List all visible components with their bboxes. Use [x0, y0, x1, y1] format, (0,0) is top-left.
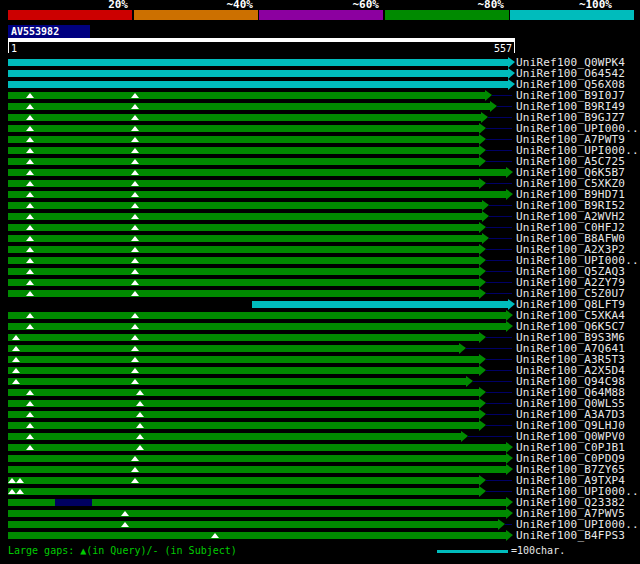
gap-marker-icon: [12, 335, 20, 340]
arrowhead-icon: [482, 200, 489, 211]
gap-marker-icon: [131, 192, 139, 197]
alignment-bar[interactable]: [8, 180, 480, 187]
scale-segment-green: [385, 10, 509, 20]
alignment-bar[interactable]: [8, 59, 509, 66]
ruler-tick-start: [8, 38, 9, 53]
gap-marker-icon: [131, 280, 139, 285]
alignment-bar[interactable]: [8, 411, 480, 418]
hit-row[interactable]: UniRef100_B4FPS3: [0, 530, 640, 541]
gap-marker-icon: [131, 324, 139, 329]
alignment-bar[interactable]: [8, 279, 480, 286]
alignment-bar[interactable]: [8, 235, 483, 242]
alignment-bar[interactable]: [8, 455, 507, 462]
scale-label: ~80%: [478, 0, 505, 10]
connector-line: [486, 128, 512, 129]
alignment-bar[interactable]: [8, 345, 460, 352]
arrowhead-icon: [479, 475, 486, 486]
scale-unit-label: =100char.: [511, 545, 565, 556]
alignment-bar[interactable]: [8, 213, 483, 220]
alignment-bar[interactable]: [8, 422, 480, 429]
arrowhead-icon: [479, 409, 486, 420]
arrowhead-icon: [479, 486, 486, 497]
gap-marker-icon: [26, 203, 34, 208]
alignment-bar[interactable]: [8, 444, 507, 451]
alignment-bar[interactable]: [8, 477, 480, 484]
hit-label[interactable]: UniRef100_B4FPS3: [516, 530, 625, 541]
large-gaps-legend: Large gaps: ▲(in Query)/- (in Subject): [8, 545, 237, 556]
gap-marker-icon: [136, 434, 144, 439]
arrowhead-icon: [508, 57, 515, 68]
alignment-bar[interactable]: [8, 70, 509, 77]
gap-marker-icon: [131, 203, 139, 208]
alignment-bar[interactable]: [8, 312, 507, 319]
arrowhead-icon: [479, 277, 486, 288]
alignment-bar[interactable]: [8, 246, 480, 253]
ruler-end-label: 557: [494, 44, 512, 54]
arrowhead-icon: [479, 266, 486, 277]
arrowhead-icon: [479, 255, 486, 266]
alignment-bar[interactable]: [8, 147, 480, 154]
alignment-bar[interactable]: [8, 114, 482, 121]
arrowhead-icon: [506, 530, 513, 541]
gap-marker-icon: [26, 170, 34, 175]
alignment-bar[interactable]: [8, 92, 486, 99]
arrowhead-icon: [479, 244, 486, 255]
alignment-bar[interactable]: [8, 521, 499, 528]
connector-line: [489, 216, 512, 217]
connector-line: [486, 392, 512, 393]
alignment-bar[interactable]: [8, 367, 480, 374]
gap-marker-icon: [131, 247, 139, 252]
query-name-box: AV553982: [8, 25, 90, 38]
alignment-overview-screen: 20%~40%~60%~80%~100% AV553982 1 557 UniR…: [0, 0, 640, 564]
alignment-bar[interactable]: [8, 224, 480, 231]
connector-line: [486, 139, 512, 140]
alignment-bar[interactable]: [8, 532, 507, 539]
alignment-bar[interactable]: [8, 488, 480, 495]
alignment-bar[interactable]: [8, 466, 507, 473]
alignment-bar[interactable]: [8, 378, 467, 385]
alignment-bar[interactable]: [8, 103, 491, 110]
arrowhead-icon: [506, 453, 513, 464]
gap-marker-icon: [26, 280, 34, 285]
alignment-bar[interactable]: [8, 356, 480, 363]
gap-marker-icon: [12, 379, 20, 384]
scale-label: ~100%: [579, 0, 612, 10]
alignment-bar[interactable]: [8, 323, 507, 330]
alignment-bar[interactable]: [8, 202, 483, 209]
arrowhead-icon: [479, 222, 486, 233]
alignment-bar[interactable]: [8, 257, 480, 264]
gap-marker-icon: [16, 489, 24, 494]
low-score-region: [55, 499, 92, 506]
alignment-bar[interactable]: [8, 136, 480, 143]
gap-marker-icon: [26, 104, 34, 109]
gap-marker-icon: [131, 137, 139, 142]
gap-marker-icon: [121, 522, 129, 527]
alignment-bar[interactable]: [252, 301, 509, 308]
connector-line: [486, 271, 512, 272]
alignment-bar[interactable]: [8, 433, 462, 440]
alignment-bar[interactable]: [8, 191, 507, 198]
connector-line: [486, 183, 512, 184]
alignment-bar[interactable]: [8, 290, 480, 297]
alignment-bar[interactable]: [8, 268, 480, 275]
connector-line: [489, 238, 512, 239]
alignment-bar[interactable]: [8, 334, 480, 341]
alignment-bar[interactable]: [8, 158, 480, 165]
connector-line: [486, 293, 512, 294]
gap-marker-icon: [131, 456, 139, 461]
arrowhead-icon: [508, 68, 515, 79]
gap-marker-icon: [131, 335, 139, 340]
arrowhead-icon: [485, 90, 492, 101]
gap-marker-icon: [131, 478, 139, 483]
alignment-bar[interactable]: [8, 510, 507, 517]
alignment-bar[interactable]: [8, 400, 480, 407]
alignment-bar[interactable]: [8, 125, 480, 132]
arrowhead-icon: [490, 101, 497, 112]
gap-marker-icon: [26, 192, 34, 197]
alignment-bar[interactable]: [8, 81, 509, 88]
alignment-bar[interactable]: [8, 389, 480, 396]
connector-line: [486, 491, 512, 492]
alignment-bar[interactable]: [8, 169, 507, 176]
gap-marker-icon: [26, 258, 34, 263]
arrowhead-icon: [479, 288, 486, 299]
